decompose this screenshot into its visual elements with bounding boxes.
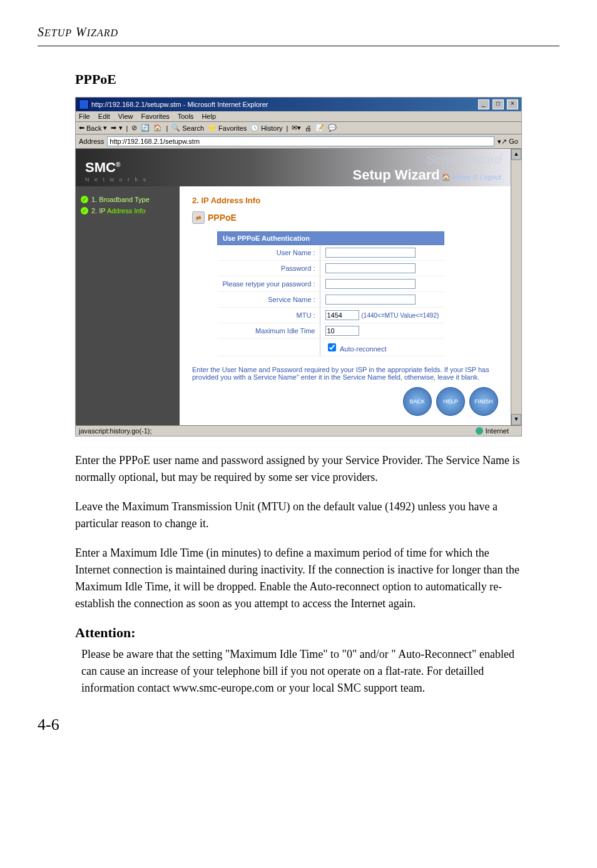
titlebar: http://192.168.2.1/setupw.stm - Microsof…: [76, 98, 521, 111]
finish-nav-button[interactable]: FINISH: [469, 387, 498, 416]
toolbar-sep3: |: [287, 124, 288, 132]
header-s: S: [38, 25, 44, 39]
status-left: javascript:history.go(-1);: [79, 427, 152, 435]
sidebar-item-broadband[interactable]: ✓ 1. Broadband Type: [81, 196, 175, 203]
auto-reconnect-label: Auto-reconnect: [340, 345, 387, 353]
close-button[interactable]: ×: [507, 99, 518, 109]
history-label: History: [261, 124, 282, 132]
go-label: Go: [509, 138, 518, 145]
sidebar: ✓ 1. Broadband Type ✓ 2. IP Address Info: [76, 186, 180, 425]
form-area: 2. IP Address Info ⇄ PPPoE Use PPPoE Aut…: [180, 186, 511, 425]
scroll-up-icon[interactable]: ▲: [511, 149, 521, 160]
page-banner: SMC® N e t w o r k s Setup Wizard Setup …: [76, 149, 511, 186]
ip-address-info-title: 2. IP Address Info: [192, 196, 498, 205]
header-w: W: [76, 25, 87, 39]
history-button[interactable]: 🕓 History: [250, 124, 282, 132]
search-button[interactable]: 🔍 Search: [171, 124, 204, 132]
header-etup: ETUP: [44, 28, 72, 38]
password-label: Password :: [218, 261, 320, 276]
sidebar-ip-label: 2. IP Address Info: [91, 207, 146, 214]
favorites-label: Favorites: [218, 124, 247, 132]
back-nav-button[interactable]: BACK: [403, 387, 432, 416]
logo-text: SMC: [85, 159, 116, 175]
menu-favorites[interactable]: Favorites: [141, 113, 170, 120]
address-label: Address: [79, 138, 104, 145]
pppoe-text: PPPoE: [208, 213, 237, 223]
stop-button[interactable]: ⊘: [131, 124, 137, 132]
scrollbar[interactable]: ▲ ▼: [511, 149, 521, 425]
menu-help[interactable]: Help: [202, 113, 216, 120]
page-number: 4-6: [38, 715, 559, 734]
smc-logo: SMC®: [85, 159, 120, 175]
paragraph-1: Enter the PPPoE user name and password a…: [75, 452, 522, 486]
user-name-input[interactable]: [325, 248, 416, 258]
empty-cell: [218, 339, 320, 356]
sidebar-broadband-label: 1. Broadband Type: [91, 196, 150, 203]
mtu-hint: (1440<=MTU Value<=1492): [362, 312, 439, 319]
favorites-button[interactable]: ⭐ Favorites: [208, 124, 247, 132]
header-rule: [38, 46, 559, 46]
browser-window: http://192.168.2.1/setupw.stm - Microsof…: [75, 97, 522, 437]
logout-icon: ⊙: [472, 173, 478, 181]
auth-table: Use PPPoE Authentication User Name : Pas…: [217, 231, 444, 356]
maximize-button[interactable]: □: [492, 99, 504, 109]
header-izard: IZARD: [87, 28, 118, 38]
service-input[interactable]: [325, 295, 416, 305]
idle-input[interactable]: [325, 326, 359, 336]
sidebar-ip-b: Address Info: [107, 207, 146, 214]
retype-input[interactable]: [325, 279, 416, 289]
page-header: SETUP WIZARD: [38, 25, 559, 39]
sidebar-ip-a: 2. IP: [91, 207, 107, 214]
sidebar-item-ip[interactable]: ✓ 2. IP Address Info: [81, 207, 175, 214]
paragraph-2: Leave the Maximum Transmission Unit (MTU…: [75, 498, 522, 532]
auth-header: Use PPPoE Authentication: [218, 232, 444, 245]
back-label: Back: [86, 124, 101, 132]
window-controls: _ □ ×: [477, 99, 518, 109]
address-input[interactable]: [107, 136, 494, 146]
scroll-down-icon[interactable]: ▼: [511, 414, 521, 425]
pppoe-heading: ⇄ PPPoE: [192, 211, 498, 224]
logout-link[interactable]: Logout: [480, 173, 501, 181]
section-title: PPPoE: [75, 71, 559, 88]
networks-label: N e t w o r k s: [85, 176, 148, 183]
logo-reg: ®: [116, 161, 120, 168]
user-name-label: User Name :: [218, 245, 320, 261]
go-button[interactable]: ↗ Go: [501, 138, 518, 146]
internet-zone-icon: [476, 427, 483, 435]
forward-button[interactable]: ➡ ▾: [111, 124, 122, 132]
banner-title: Setup Wizard: [353, 167, 440, 183]
back-button[interactable]: ⬅ Back ▾: [79, 124, 107, 132]
window-title: http://192.168.2.1/setupw.stm - Microsof…: [91, 101, 268, 108]
mail-button[interactable]: ✉▾: [292, 124, 301, 132]
refresh-button[interactable]: 🔄: [141, 124, 150, 132]
discuss-button[interactable]: 💬: [328, 124, 337, 132]
print-button[interactable]: 🖨: [305, 124, 312, 132]
banner-faded: Setup Wizard: [353, 153, 501, 167]
home-link[interactable]: Home: [452, 173, 471, 181]
status-right: Internet: [486, 427, 509, 435]
check-icon-2: ✓: [81, 207, 88, 214]
auto-reconnect-checkbox[interactable]: [328, 343, 336, 351]
statusbar: javascript:history.go(-1); Internet: [76, 425, 521, 436]
toolbar: ⬅ Back ▾ ➡ ▾ | ⊘ 🔄 🏠 | 🔍 Search ⭐ Favori…: [76, 122, 521, 134]
menubar: File Edit View Favorites Tools Help: [76, 111, 521, 122]
attention-paragraph: Please be aware that the setting "Maximu…: [81, 646, 522, 697]
menu-view[interactable]: View: [118, 113, 133, 120]
help-nav-button[interactable]: HELP: [436, 387, 465, 416]
mtu-label: MTU :: [218, 308, 320, 323]
minimize-button[interactable]: _: [478, 99, 489, 109]
mtu-input[interactable]: [325, 310, 359, 320]
home-icon: 🏠: [442, 173, 451, 181]
home-button[interactable]: 🏠: [153, 124, 162, 132]
edit-button[interactable]: 📝: [315, 124, 324, 132]
menu-tools[interactable]: Tools: [178, 113, 194, 120]
idle-label: Maximum Idle Time: [218, 323, 320, 339]
attention-heading: Attention:: [75, 625, 522, 641]
form-note: Enter the User Name and Password require…: [192, 366, 498, 381]
addressbar: Address ▾ ↗ Go: [76, 134, 521, 149]
paragraph-3: Enter a Maximum Idle Time (in minutes) t…: [75, 545, 522, 612]
password-input[interactable]: [325, 263, 416, 273]
menu-edit[interactable]: Edit: [98, 113, 110, 120]
menu-file[interactable]: File: [79, 113, 90, 120]
main-area: ✓ 1. Broadband Type ✓ 2. IP Address Info…: [76, 186, 511, 425]
